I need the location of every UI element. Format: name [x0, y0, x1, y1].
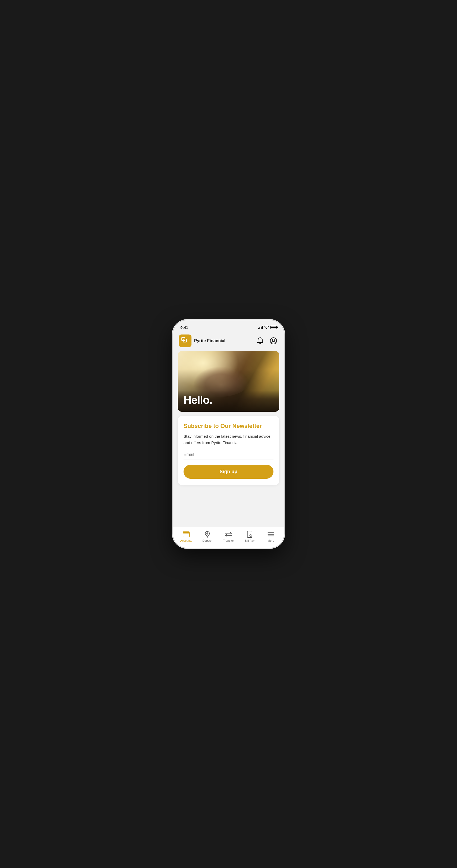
notch [211, 320, 246, 328]
accounts-label: Accounts [180, 539, 192, 542]
status-time: 9:41 [181, 325, 188, 330]
header-actions [256, 336, 278, 346]
phone-frame: 9:41 [173, 320, 284, 548]
bottom-nav: Accounts Deposit [173, 527, 284, 548]
logo-icon [181, 337, 189, 345]
hero-text: Hello. [184, 394, 212, 406]
deposit-icon [204, 531, 211, 538]
email-input-wrap[interactable] [184, 452, 273, 459]
svg-point-3 [272, 339, 274, 341]
user-circle-icon [270, 337, 277, 345]
profile-button[interactable] [269, 336, 278, 346]
nav-item-deposit[interactable]: Deposit [199, 531, 215, 542]
notifications-button[interactable] [256, 336, 265, 346]
nav-item-bill-pay[interactable]: Bill Pay [242, 531, 258, 542]
hero-banner: Hello. [178, 351, 279, 412]
logo-box [179, 335, 192, 347]
bill-pay-label: Bill Pay [245, 539, 255, 542]
battery-icon [270, 326, 276, 329]
nav-item-more[interactable]: More [263, 531, 279, 542]
nav-item-transfer[interactable]: Transfer [221, 531, 236, 542]
newsletter-title: Subscribe to Our Newsletter [184, 422, 273, 430]
deposit-label: Deposit [202, 539, 212, 542]
signal-icon [258, 326, 263, 329]
more-icon [267, 531, 274, 538]
newsletter-description: Stay informed on the latest news, financ… [184, 433, 273, 446]
bill-pay-icon [246, 531, 253, 538]
more-label: More [267, 539, 274, 542]
logo-area: Pyrite Financial [179, 335, 225, 347]
transfer-icon [225, 531, 232, 538]
wifi-icon [264, 326, 269, 329]
signup-button[interactable]: Sign up [184, 465, 273, 479]
bell-icon [257, 337, 264, 345]
nav-item-accounts[interactable]: Accounts [178, 531, 194, 542]
brand-name: Pyrite Financial [194, 338, 225, 343]
accounts-icon [183, 531, 190, 538]
app-header: Pyrite Financial [173, 332, 284, 351]
email-input[interactable] [184, 452, 273, 457]
newsletter-card: Subscribe to Our Newsletter Stay informe… [178, 416, 279, 485]
transfer-label: Transfer [223, 539, 234, 542]
app-content: Pyrite Financial [173, 332, 284, 548]
status-icons [258, 326, 276, 329]
scroll-area[interactable]: Hello. Subscribe to Our Newsletter Stay … [173, 351, 284, 527]
